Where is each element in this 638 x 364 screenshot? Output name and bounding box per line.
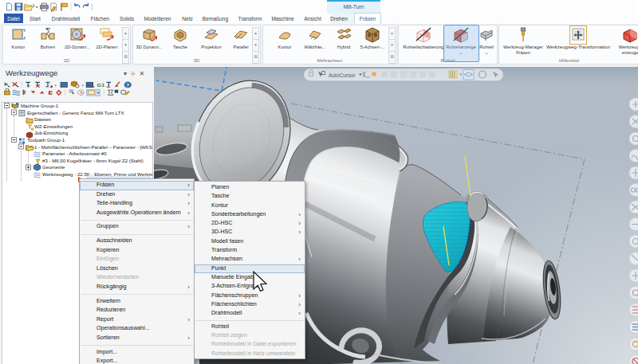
svg-text:?: ?: [126, 82, 129, 87]
svg-text:x,z: x,z: [366, 75, 370, 79]
svg-text:AutoCursor: AutoCursor: [329, 72, 356, 78]
svg-text:G1: G1: [97, 82, 105, 87]
